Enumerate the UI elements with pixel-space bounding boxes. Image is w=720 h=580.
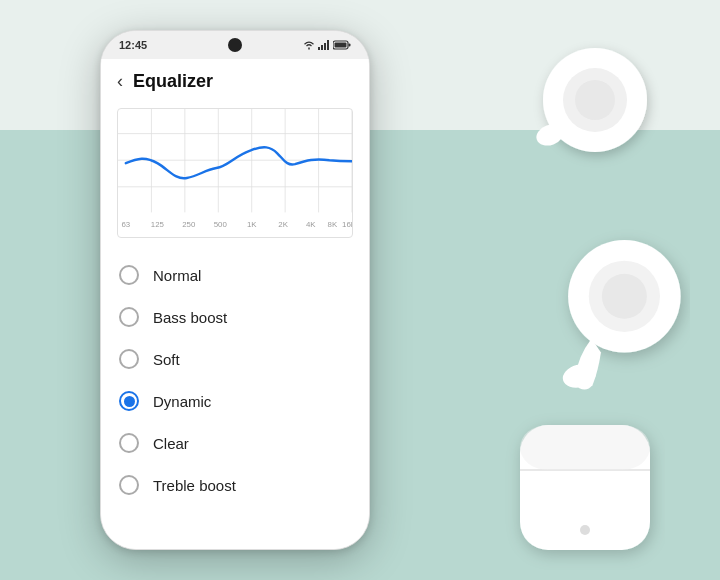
eq-chart-svg: 63 125 250 500 1K 2K 4K 8K 16K	[118, 109, 352, 237]
radio-treble-boost[interactable]	[119, 475, 139, 495]
svg-text:1K: 1K	[247, 220, 257, 229]
svg-point-28	[575, 80, 615, 120]
back-button[interactable]: ‹	[117, 71, 123, 92]
earbud-top-right-svg	[520, 40, 660, 170]
status-bar: 12:45	[101, 31, 369, 59]
svg-rect-6	[335, 43, 347, 48]
radio-dynamic[interactable]	[119, 391, 139, 411]
eq-label-bass-boost: Bass boost	[153, 309, 227, 326]
wifi-icon	[303, 40, 315, 50]
svg-rect-2	[324, 43, 326, 50]
eq-option-treble-boost[interactable]: Treble boost	[101, 464, 369, 506]
status-time: 12:45	[119, 39, 147, 51]
svg-rect-5	[349, 44, 351, 47]
phone: 12:45	[100, 30, 370, 550]
svg-text:4K: 4K	[306, 220, 316, 229]
status-icons	[303, 40, 351, 50]
svg-text:500: 500	[214, 220, 228, 229]
charging-case	[505, 410, 665, 570]
radio-clear[interactable]	[119, 433, 139, 453]
eq-chart: 63 125 250 500 1K 2K 4K 8K 16K	[117, 108, 353, 238]
charging-case-svg	[505, 410, 665, 570]
svg-point-32	[602, 274, 647, 319]
page-title: Equalizer	[133, 71, 213, 92]
eq-label-treble-boost: Treble boost	[153, 477, 236, 494]
svg-point-36	[580, 525, 590, 535]
earbud-mid-right-svg	[540, 220, 690, 410]
eq-option-normal[interactable]: Normal	[101, 254, 369, 296]
radio-normal[interactable]	[119, 265, 139, 285]
svg-text:8K: 8K	[328, 220, 338, 229]
scene: 12:45	[0, 0, 720, 580]
eq-label-clear: Clear	[153, 435, 189, 452]
earbud-top-right	[520, 40, 660, 170]
radio-bass-boost[interactable]	[119, 307, 139, 327]
svg-text:16K: 16K	[342, 220, 352, 229]
eq-label-dynamic: Dynamic	[153, 393, 211, 410]
app-header: ‹ Equalizer	[101, 59, 369, 100]
radio-soft[interactable]	[119, 349, 139, 369]
svg-text:250: 250	[182, 220, 196, 229]
phone-content: ‹ Equalizer	[101, 59, 369, 549]
signal-icon	[318, 40, 330, 50]
svg-rect-1	[321, 45, 323, 50]
svg-text:63: 63	[121, 220, 130, 229]
eq-label-normal: Normal	[153, 267, 201, 284]
eq-option-clear[interactable]: Clear	[101, 422, 369, 464]
eq-options-list: Normal Bass boost Soft Dynamic	[101, 250, 369, 510]
eq-option-dynamic[interactable]: Dynamic	[101, 380, 369, 422]
eq-option-soft[interactable]: Soft	[101, 338, 369, 380]
front-camera	[228, 38, 242, 52]
eq-label-soft: Soft	[153, 351, 180, 368]
svg-text:2K: 2K	[278, 220, 288, 229]
svg-rect-37	[520, 425, 650, 470]
svg-rect-0	[318, 47, 320, 50]
radio-inner-dynamic	[124, 396, 135, 407]
eq-option-bass-boost[interactable]: Bass boost	[101, 296, 369, 338]
svg-text:125: 125	[151, 220, 165, 229]
battery-icon	[333, 40, 351, 50]
svg-rect-3	[327, 40, 329, 50]
earbud-mid-right	[540, 220, 690, 410]
